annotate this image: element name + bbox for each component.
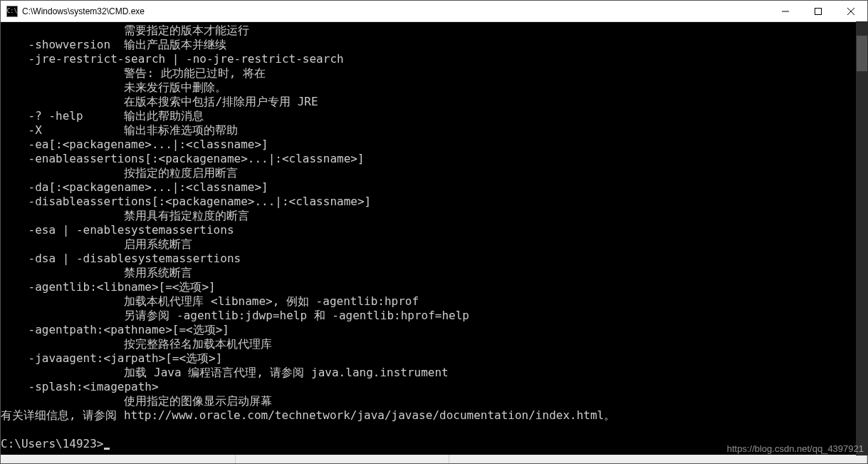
terminal-line: 禁用具有指定粒度的断言 xyxy=(1,209,867,223)
terminal-line: 按指定的粒度启用断言 xyxy=(1,166,867,180)
window-title: C:\Windows\system32\CMD.exe xyxy=(22,6,769,16)
vertical-scrollbar[interactable] xyxy=(856,21,868,455)
terminal-line: -ea[:<packagename>...|:<classname>] xyxy=(1,138,867,152)
minimize-button[interactable] xyxy=(769,1,802,21)
terminal-line: -disableassertions[:<packagename>...|:<c… xyxy=(1,195,867,209)
terminal-line: 在版本搜索中包括/排除用户专用 JRE xyxy=(1,95,867,109)
scrollbar-thumb[interactable] xyxy=(857,36,867,71)
terminal-line: 有关详细信息, 请参阅 http://www.oracle.com/techne… xyxy=(1,408,867,423)
terminal-line: -da[:<packagename>...|:<classname>] xyxy=(1,180,867,195)
svg-rect-1 xyxy=(815,8,822,14)
terminal-line: 加载 Java 编程语言代理, 请参阅 java.lang.instrument xyxy=(1,366,867,380)
terminal-line: 启用系统断言 xyxy=(1,237,867,252)
titlebar[interactable]: C:\ C:\Windows\system32\CMD.exe xyxy=(1,1,867,22)
close-button[interactable] xyxy=(835,1,867,21)
terminal-line: 按完整路径名加载本机代理库 xyxy=(1,337,867,351)
bottom-strip xyxy=(1,455,867,463)
terminal-line: 另请参阅 -agentlib:jdwp=help 和 -agentlib:hpr… xyxy=(1,309,867,323)
terminal-line: -splash:<imagepath> xyxy=(1,380,867,394)
terminal-line: 未来发行版中删除。 xyxy=(1,81,867,95)
terminal-line: -? -help 输出此帮助消息 xyxy=(1,109,867,123)
terminal-line: 使用指定的图像显示启动屏幕 xyxy=(1,394,867,408)
window-controls xyxy=(769,1,867,21)
cursor xyxy=(104,448,110,450)
terminal-line: 禁用系统断言 xyxy=(1,266,867,280)
terminal-line: -showversion 输出产品版本并继续 xyxy=(1,38,867,52)
terminal-line: 加载本机代理库 <libname>, 例如 -agentlib:hprof xyxy=(1,294,867,309)
maximize-button[interactable] xyxy=(802,1,835,21)
close-icon xyxy=(847,8,854,15)
terminal-line: -agentlib:<libname>[=<选项>] xyxy=(1,280,867,294)
terminal-line: C:\Users\14923> xyxy=(1,437,867,451)
terminal-line: -agentpath:<pathname>[=<选项>] xyxy=(1,323,867,337)
terminal-line: -javaagent:<jarpath>[=<选项>] xyxy=(1,351,867,366)
cmd-icon: C:\ xyxy=(6,6,18,17)
cmd-window: C:\ C:\Windows\system32\CMD.exe 需要指定的版本才… xyxy=(0,0,868,464)
terminal-line: 需要指定的版本才能运行 xyxy=(1,24,867,38)
terminal-line: -enableassertions[:<packagename>...|:<cl… xyxy=(1,152,867,166)
terminal-line: -X 输出非标准选项的帮助 xyxy=(1,123,867,138)
minimize-icon xyxy=(782,8,789,15)
terminal-line: -dsa | -disablesystemassertions xyxy=(1,252,867,266)
terminal-line: -jre-restrict-search | -no-jre-restrict-… xyxy=(1,52,867,66)
maximize-icon xyxy=(815,8,822,15)
terminal-line xyxy=(1,423,867,437)
terminal-line: 警告: 此功能已过时, 将在 xyxy=(1,66,867,81)
terminal-output[interactable]: 需要指定的版本才能运行 -showversion 输出产品版本并继续 -jre-… xyxy=(1,22,867,455)
terminal-line: -esa | -enablesystemassertions xyxy=(1,223,867,237)
